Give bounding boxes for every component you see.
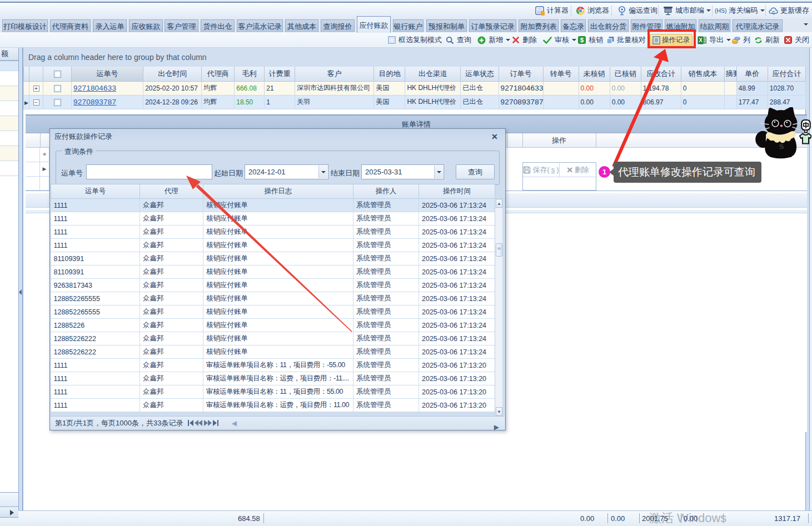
svg-text:$: $ xyxy=(580,37,584,43)
svg-text:X: X xyxy=(699,37,703,43)
